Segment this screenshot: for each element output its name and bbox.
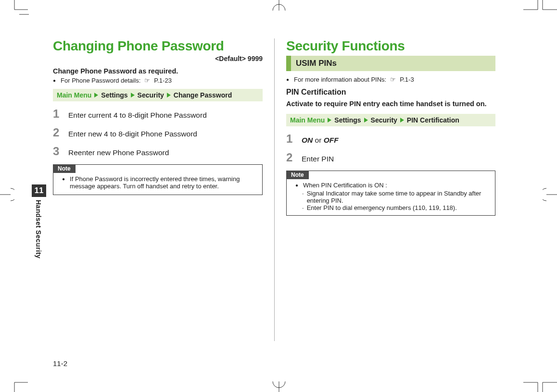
- bullet-icon: [62, 175, 67, 190]
- triangle-icon: [364, 118, 368, 122]
- sub-heading: PIN Certification: [286, 88, 495, 97]
- triangle-icon: [400, 118, 404, 122]
- nav-item: Change Password: [174, 91, 232, 99]
- triangle-icon: [131, 93, 135, 98]
- right-column: Security Functions USIM PINs For more in…: [274, 38, 495, 341]
- step-text: Enter current 4 to 8-digit Phone Passwor…: [68, 110, 263, 120]
- triangle-icon: [94, 93, 98, 98]
- step-number: 1: [286, 133, 295, 145]
- note-label: Note: [286, 171, 309, 179]
- page-number: 11-2: [53, 359, 67, 368]
- default-value: <Default> 9999: [53, 55, 263, 62]
- nav-item: Security: [138, 91, 164, 99]
- step-text: Enter new 4 to 8-digit Phone Password: [68, 129, 263, 139]
- right-nav-path: Main Menu Settings Security PIN Certific…: [286, 114, 495, 126]
- nav-item: Settings: [334, 116, 361, 124]
- chapter-number: 11: [32, 184, 46, 197]
- triangle-icon: [328, 118, 331, 122]
- option-on: ON: [302, 136, 313, 144]
- step-text: Enter PIN: [302, 154, 495, 164]
- step-row: 3 Reenter new Phone Password: [53, 146, 263, 158]
- left-note-box: Note If Phone Password is incorrectly en…: [53, 164, 263, 195]
- left-nav-path: Main Menu Settings Security Change Passw…: [53, 89, 263, 101]
- dot-icon: ·: [302, 204, 304, 211]
- left-intro: Change Phone Password as required.: [53, 67, 263, 75]
- left-title: Changing Phone Password: [53, 38, 263, 54]
- bullet-icon: [286, 76, 291, 83]
- pointer-icon: ☞: [390, 76, 396, 83]
- nav-item: Settings: [101, 91, 127, 99]
- chapter-tab: 11 Handset Security: [32, 184, 46, 258]
- triangle-icon: [167, 93, 171, 98]
- option-or: or: [313, 136, 323, 144]
- step-row: 1 ON or OFF: [286, 133, 495, 145]
- nav-item: Main Menu: [290, 116, 325, 124]
- step-number: 3: [53, 146, 62, 157]
- option-off: OFF: [324, 136, 339, 144]
- note-sub-text: Signal Indicator may take some time to a…: [307, 190, 490, 204]
- step-row: 2 Enter PIN: [286, 152, 495, 164]
- pointer-icon: ☞: [144, 77, 150, 84]
- detail-page-ref: P.1-23: [154, 77, 172, 84]
- nav-item: Security: [371, 116, 397, 124]
- info-prefix: For more information about PINs:: [294, 76, 386, 83]
- bullet-icon: [53, 77, 58, 84]
- step-number: 2: [53, 127, 62, 138]
- dot-icon: ·: [302, 190, 304, 204]
- bullet-icon: [295, 182, 300, 189]
- right-info-ref: For more information about PINs: ☞ P.1-3: [286, 76, 495, 83]
- nav-item: PIN Certification: [407, 116, 459, 124]
- right-intro: Activate to require PIN entry each time …: [286, 99, 495, 109]
- right-title: Security Functions: [286, 38, 495, 54]
- right-note-box: Note When PIN Certification is ON : · Si…: [286, 171, 495, 216]
- nav-item: Main Menu: [57, 91, 91, 99]
- note-text: If Phone Password is incorrectly entered…: [70, 175, 257, 190]
- note-label: Note: [53, 164, 76, 173]
- left-column: Changing Phone Password <Default> 9999 C…: [53, 38, 274, 341]
- step-number: 2: [286, 152, 295, 163]
- step-number: 1: [53, 108, 62, 120]
- step-row: 2 Enter new 4 to 8-digit Phone Password: [53, 127, 263, 139]
- note-lead: When PIN Certification is ON :: [303, 182, 387, 189]
- section-heading: USIM PINs: [286, 56, 495, 71]
- step-text: Reenter new Phone Password: [68, 148, 263, 158]
- chapter-label: Handset Security: [35, 200, 42, 258]
- detail-prefix: For Phone Password details:: [61, 77, 140, 84]
- step-text: ON or OFF: [302, 135, 495, 145]
- note-sub-text: Enter PIN to dial emergency numbers (110…: [307, 204, 457, 211]
- step-row: 1 Enter current 4 to 8-digit Phone Passw…: [53, 108, 263, 120]
- left-detail-ref: For Phone Password details: ☞ P.1-23: [53, 77, 263, 84]
- page-content: Changing Phone Password <Default> 9999 C…: [53, 38, 505, 341]
- info-page-ref: P.1-3: [400, 76, 414, 83]
